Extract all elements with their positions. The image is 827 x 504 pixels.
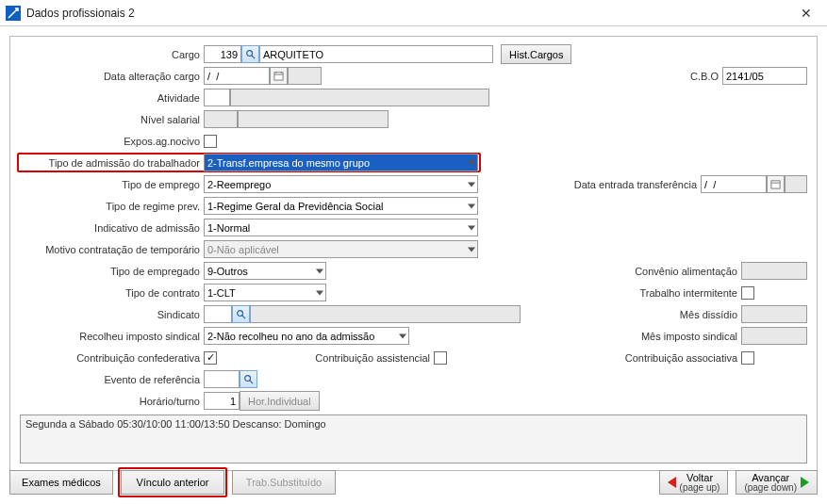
tipo-emprego-value: 2-Reemprego: [207, 179, 271, 190]
label-expos-nocivo: Expos.ag.nocivo: [20, 136, 204, 147]
tipo-emprego-select[interactable]: 2-Reemprego: [204, 175, 478, 193]
label-trab-interm: Trabalho intermitente: [595, 287, 741, 299]
voltar-sub-label: (page up): [680, 483, 720, 493]
tipo-regime-value: 1-Regime Geral da Previdência Social: [207, 201, 383, 212]
recolheu-select[interactable]: 2-Não recolheu no ano da admissão: [204, 327, 409, 345]
contrib-assoc-checkbox[interactable]: [741, 351, 754, 365]
trab-interm-checkbox[interactable]: [741, 286, 754, 300]
cargo-desc-input[interactable]: [259, 45, 493, 63]
titlebar: Dados profissionais 2 ✕: [0, 0, 827, 26]
search-sindicato-icon[interactable]: [232, 305, 250, 323]
motivo-temp-value: 0-Não aplicável: [207, 244, 279, 255]
avancar-button[interactable]: Avançar (page down): [736, 470, 818, 495]
vinculo-anterior-button[interactable]: Vínculo anterior: [121, 470, 224, 495]
content-panel: Cargo Hist.Cargos Data alteração cargo C…: [9, 36, 818, 471]
data-alt-cargo-input[interactable]: [204, 67, 270, 85]
tipo-admissao-value: 2-Transf.empresa do mesmo grupo: [207, 157, 370, 169]
label-nivel-salarial: Nível salarial: [20, 114, 204, 125]
close-button[interactable]: ✕: [786, 0, 827, 26]
svg-rect-2: [274, 73, 283, 80]
label-conv-alim: Convênio alimentação: [595, 266, 741, 277]
label-atividade: Atividade: [20, 92, 204, 104]
motivo-temp-select: 0-Não aplicável: [204, 240, 478, 258]
contrib-confed-checkbox[interactable]: [204, 351, 217, 365]
exames-medicos-button[interactable]: Exames médicos: [9, 470, 113, 495]
data-alt-cargo-extra: [288, 67, 322, 85]
label-cargo: Cargo: [20, 49, 204, 60]
data-transf-input[interactable]: [701, 175, 767, 193]
label-data-transf: Data entrada transferência: [554, 179, 701, 190]
voltar-button[interactable]: Voltar (page up): [659, 470, 729, 495]
label-evento-ref: Evento de referência: [20, 374, 204, 385]
vinculo-label: Vínculo anterior: [136, 477, 208, 488]
trab-subst-label: Trab.Substituído: [246, 477, 322, 488]
trab-substituido-button[interactable]: Trab.Substituído: [232, 470, 336, 495]
avancar-sub-label: (page down): [744, 483, 797, 493]
svg-line-9: [242, 316, 245, 318]
label-indicativo: Indicativo de admissão: [20, 222, 204, 234]
hist-cargos-button[interactable]: Hist.Cargos: [501, 44, 571, 64]
svg-line-11: [250, 381, 253, 383]
label-tipo-empregado: Tipo de empregado: [20, 266, 204, 277]
nivel-desc: [238, 110, 389, 128]
app-icon: [6, 6, 21, 21]
label-tipo-contrato: Tipo de contrato: [20, 287, 204, 299]
footer-bar: Exames médicos Vínculo anterior Trab.Sub…: [9, 470, 818, 495]
data-transf-extra: [785, 175, 807, 193]
window-title: Dados profissionais 2: [26, 7, 786, 20]
horario-turno-input[interactable]: [204, 392, 240, 410]
label-sindicato: Sindicato: [20, 309, 204, 320]
label-cbo: C.B.O: [666, 71, 722, 82]
evento-ref-code[interactable]: [204, 370, 240, 388]
tipo-empregado-select[interactable]: 9-Outros: [204, 262, 326, 280]
label-contrib-assoc: Contribuição associativa: [595, 352, 741, 364]
tipo-empregado-value: 9-Outros: [207, 266, 248, 277]
recolheu-value: 2-Não recolheu no ano da admissão: [207, 331, 374, 342]
search-cargo-icon[interactable]: [241, 45, 259, 63]
svg-point-10: [245, 376, 251, 382]
calendar-transf-icon[interactable]: [767, 175, 785, 193]
svg-line-1: [252, 56, 255, 58]
exames-label: Exames médicos: [22, 477, 101, 488]
label-tipo-emprego: Tipo de emprego: [20, 179, 204, 190]
label-tipo-admissao: Tipo de admissão do trabalhador: [20, 157, 204, 169]
label-tipo-regime: Tipo de regime prev.: [20, 201, 204, 212]
svg-point-0: [247, 51, 253, 57]
label-data-alt-cargo: Data alteração cargo: [20, 71, 204, 82]
atividade-desc: [230, 89, 489, 106]
contrib-assist-checkbox[interactable]: [434, 351, 447, 365]
indicativo-select[interactable]: 1-Normal: [204, 219, 478, 236]
label-contrib-confed: Contribuição confederativa: [20, 352, 204, 364]
label-contrib-assist: Contribuição assistencial: [302, 352, 434, 364]
conv-alim-input: [741, 262, 807, 280]
mes-dissidio-input: [741, 305, 807, 323]
expos-nocivo-checkbox[interactable]: [204, 135, 217, 148]
label-horario-turno: Horário/turno: [20, 396, 204, 407]
tipo-admissao-select[interactable]: 2-Transf.empresa do mesmo grupo: [204, 154, 478, 171]
label-mes-dissidio: Mês dissídio: [637, 309, 741, 320]
label-motivo-temp: Motivo contratação de temporário: [20, 244, 204, 255]
calendar-icon[interactable]: [270, 67, 288, 85]
tipo-contrato-select[interactable]: 1-CLT: [204, 284, 326, 301]
sindicato-desc: [250, 305, 521, 323]
svg-point-8: [238, 311, 243, 317]
hor-individual-button[interactable]: Hor.Individual: [240, 391, 320, 411]
sindicato-code[interactable]: [204, 305, 232, 323]
tipo-contrato-value: 1-CLT: [207, 287, 236, 299]
label-recolheu: Recolheu imposto sindical: [20, 331, 204, 342]
nivel-code: [204, 110, 238, 128]
tipo-regime-select[interactable]: 1-Regime Geral da Previdência Social: [204, 197, 478, 215]
cbo-input[interactable]: [722, 67, 807, 85]
arrow-right-icon: [801, 477, 809, 488]
svg-rect-6: [771, 181, 780, 188]
arrow-left-icon: [668, 477, 676, 488]
mes-imp-sind-input: [741, 327, 807, 345]
schedule-text: Segunda a Sábado 05:30/10:00 11:00/13:50…: [20, 415, 807, 463]
atividade-code[interactable]: [204, 89, 230, 106]
search-evento-icon[interactable]: [240, 370, 257, 388]
label-mes-imp-sind: Mês imposto sindical: [614, 331, 741, 342]
indicativo-value: 1-Normal: [207, 222, 250, 234]
cargo-code-input[interactable]: [204, 45, 241, 63]
